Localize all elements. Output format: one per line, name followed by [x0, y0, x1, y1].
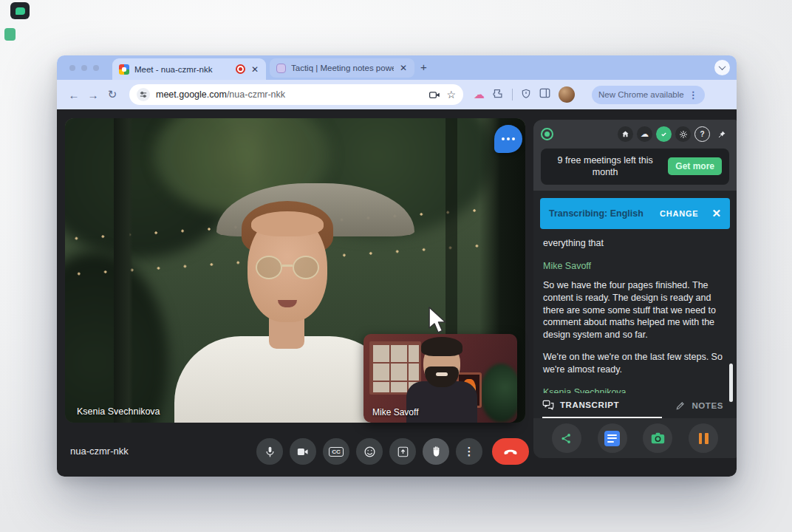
meet-page: Ksenia Svechnikova Mike Savoff nua-czmr-…	[57, 109, 737, 477]
raise-hand-button[interactable]	[423, 438, 449, 465]
browser-window: Meet - nua-czmr-nkk ✕ Tactiq | Meeting n…	[57, 55, 737, 477]
frame-beam-decor	[114, 118, 133, 423]
tab-title: Meet - nua-czmr-nkk	[134, 65, 231, 74]
cloud-sync-icon[interactable]: ☁	[637, 126, 652, 142]
usage-text: 9 free meetings left this month	[548, 154, 662, 179]
tactiq-sidebar: ☁ ? 9 free meetings left t	[533, 120, 737, 458]
google-docs-icon	[604, 431, 620, 446]
window-traffic-lights[interactable]	[69, 65, 99, 71]
browser-toolbar: ← → ↻ meet.google.com/nua-czmr-nkk ☆ ☁	[57, 80, 737, 109]
tab-strip: Meet - nua-czmr-nkk ✕ Tactiq | Meeting n…	[57, 55, 737, 80]
tactiq-logo-icon	[541, 128, 553, 140]
tactiq-favicon-icon	[276, 64, 286, 73]
screenshot-button[interactable]	[643, 423, 672, 453]
site-settings-icon[interactable]	[137, 88, 150, 101]
participant-name-label: Ksenia Svechnikova	[77, 406, 160, 417]
end-call-button[interactable]	[492, 438, 529, 465]
transcript-line: everything that	[543, 237, 727, 250]
help-icon[interactable]: ?	[694, 126, 710, 142]
tab-tactiq[interactable]: Tactiq | Meeting notes power ✕	[270, 58, 414, 78]
privacy-shield-icon[interactable]	[656, 126, 672, 142]
participant-video-pip[interactable]: Mike Savoff	[363, 334, 517, 423]
speaker-name: Ksenia Svechnikova	[543, 386, 727, 393]
tactiq-header: ☁ ? 9 free meetings left t	[533, 120, 737, 191]
present-screen-button[interactable]	[389, 438, 416, 465]
transcript-line: So we have the four pages finished. The …	[543, 279, 727, 341]
side-panel-icon[interactable]	[539, 88, 550, 101]
get-more-button[interactable]: Get more	[668, 157, 722, 175]
tab-transcript[interactable]: TRANSCRIPT	[542, 393, 662, 418]
green-app-icon[interactable]	[4, 28, 16, 41]
profile-avatar[interactable]	[559, 86, 575, 103]
usage-card: 9 free meetings left this month Get more	[541, 149, 729, 185]
recording-indicator-icon	[236, 64, 245, 74]
chat-glyph	[16, 7, 25, 15]
reactions-button[interactable]	[356, 438, 383, 465]
browser-menu-icon[interactable]: ⋮	[689, 89, 698, 100]
meet-favicon-icon	[119, 64, 129, 75]
speaker-name: Mike Savoff	[543, 260, 727, 273]
participant-mouth	[436, 372, 448, 376]
camera-button[interactable]	[290, 438, 316, 465]
reload-button[interactable]: ↻	[103, 88, 122, 101]
mouse-cursor	[427, 306, 448, 338]
tactiq-floating-widget[interactable]	[494, 125, 522, 153]
close-banner-icon[interactable]: ✕	[711, 207, 721, 220]
camera-permission-icon[interactable]	[429, 90, 440, 100]
change-language-button[interactable]: CHANGE	[660, 209, 698, 218]
tab-meet[interactable]: Meet - nua-czmr-nkk ✕	[112, 58, 266, 80]
transcribing-banner: Transcribing: English CHANGE ✕	[540, 198, 730, 229]
captions-button[interactable]: CC	[323, 438, 349, 465]
pause-transcription-button[interactable]	[689, 423, 718, 453]
tab-notes[interactable]: NOTES	[675, 400, 728, 411]
chrome-update-button[interactable]: New Chrome available ⋮	[592, 86, 705, 104]
participant-glasses	[256, 256, 319, 281]
forward-button[interactable]: →	[83, 89, 103, 101]
pause-icon	[699, 433, 709, 444]
settings-gear-icon[interactable]	[675, 126, 691, 142]
extensions-area: ☁ New Chrome available ⋮	[474, 86, 705, 104]
chat-bubble-app-icon[interactable]	[10, 2, 30, 19]
tab-search-chevron-icon[interactable]	[714, 60, 730, 75]
back-button[interactable]: ←	[64, 89, 83, 101]
new-tab-button[interactable]: +	[420, 61, 427, 73]
participant-body	[174, 336, 396, 423]
participant-hair	[251, 211, 324, 236]
meet-controls: CC ⋮	[256, 438, 529, 465]
transcribing-label: Transcribing: English	[549, 208, 654, 219]
shield-extension-icon[interactable]	[521, 88, 531, 102]
address-bar[interactable]: meet.google.com/nua-czmr-nkk ☆	[129, 84, 463, 105]
transcript-line: We're on the we're on the last few steps…	[543, 351, 727, 376]
google-doc-button[interactable]	[598, 423, 627, 453]
sidebar-actions	[533, 418, 737, 458]
cloud-extension-icon[interactable]: ☁	[474, 88, 485, 101]
more-options-button[interactable]: ⋮	[456, 438, 482, 465]
tab-title: Tactiq | Meeting notes power	[291, 64, 394, 72]
home-icon[interactable]	[618, 126, 633, 142]
url-text: meet.google.com/nua-czmr-nkk	[156, 89, 423, 100]
extensions-puzzle-icon[interactable]	[493, 88, 504, 102]
pin-icon[interactable]	[714, 126, 729, 142]
close-tab-icon[interactable]: ✕	[399, 63, 408, 73]
plant-decor	[480, 364, 517, 423]
participant-hair	[421, 337, 462, 356]
sidebar-tabs: TRANSCRIPT NOTES	[533, 393, 737, 418]
share-button[interactable]	[552, 423, 581, 453]
close-tab-icon[interactable]: ✕	[250, 64, 259, 75]
transcript-panel: everything that Mike Savoff So we have t…	[533, 229, 737, 394]
participant-name-label: Mike Savoff	[372, 407, 418, 417]
bookmark-star-icon[interactable]: ☆	[446, 89, 456, 100]
microphone-button[interactable]	[256, 438, 283, 465]
meeting-code-label: nua-czmr-nkk	[70, 446, 129, 457]
toolbar-divider	[512, 89, 513, 100]
scrollbar-thumb[interactable]	[729, 364, 733, 402]
